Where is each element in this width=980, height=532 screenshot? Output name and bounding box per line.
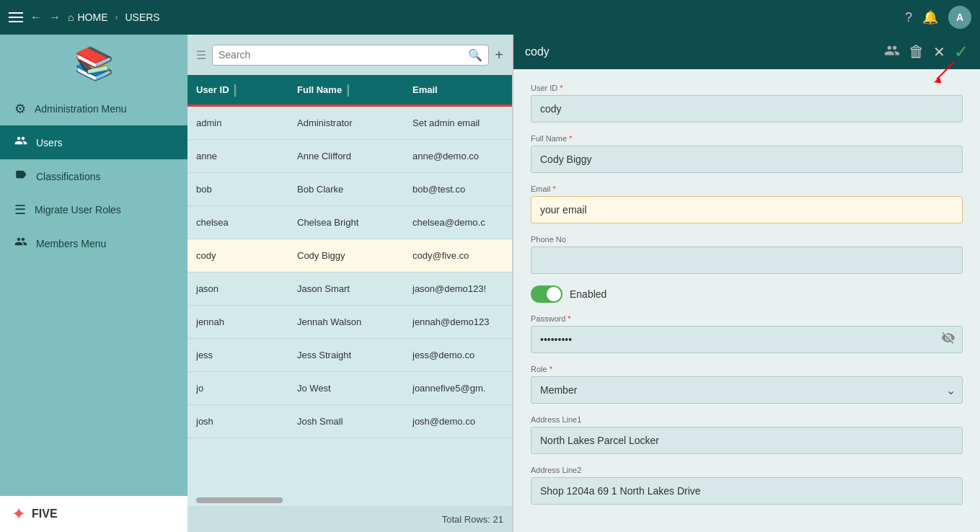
gear-icon: ⚙ [14, 101, 26, 117]
table-row[interactable]: admin Administrator Set admin email [187, 107, 512, 140]
col-sep-1: | [234, 82, 237, 97]
breadcrumb-current: USERS [125, 12, 159, 23]
row-email: josh@demo.co [404, 416, 512, 427]
home-link[interactable]: ⌂ HOME [68, 12, 107, 23]
field-password: Password * [531, 314, 963, 353]
role-input[interactable] [531, 376, 963, 404]
row-userid: jess [187, 350, 288, 360]
home-icon: ⌂ [68, 12, 74, 23]
row-email: Set admin email [404, 118, 512, 128]
field-email-label: Email * [531, 185, 963, 193]
email-input[interactable] [531, 196, 963, 223]
sidebar-item-migrate-roles[interactable]: ☰ Migrate User Roles [0, 193, 187, 226]
row-email: jess@demo.co [404, 350, 512, 360]
field-fullname: Full Name * [531, 134, 963, 173]
table-panel: ☰ 🔍 + User ID | Full Name | Email adm [187, 35, 512, 532]
user-icon [14, 134, 27, 151]
close-button[interactable]: ✕ [933, 43, 945, 61]
sidebar-logo: 📚 [0, 35, 187, 92]
password-input[interactable] [531, 326, 963, 353]
back-button[interactable]: ← [30, 11, 42, 24]
address1-input[interactable] [531, 427, 963, 454]
detail-panel: cody 🗑 ✕ ✓ User ID * [512, 35, 980, 532]
breadcrumb-separator: › [115, 12, 118, 22]
row-email: joannefive5@gm. [404, 383, 512, 394]
phone-input[interactable] [531, 247, 963, 274]
enabled-toggle-row: Enabled [531, 285, 963, 303]
table-row[interactable]: chelsea Chelsea Bright chelsea@demo.c [187, 206, 512, 239]
help-icon[interactable]: ? [905, 10, 912, 25]
sidebar-item-classifications[interactable]: Classifications [0, 159, 187, 193]
col-sep-2: | [346, 82, 350, 97]
total-rows-count: 21 [493, 514, 503, 525]
row-email: anne@demo.co [404, 151, 512, 161]
row-fullname: Cody Biggy [288, 250, 404, 261]
row-fullname: Anne Clifford [288, 151, 404, 161]
horizontal-scrollbar[interactable] [196, 497, 283, 503]
menu-button[interactable] [9, 12, 23, 22]
field-password-label: Password * [531, 314, 963, 323]
row-fullname: Administrator [288, 118, 404, 128]
row-userid: anne [187, 151, 288, 161]
field-phone-label: Phone No [531, 235, 963, 244]
table-row[interactable]: josh Josh Small josh@demo.co [187, 405, 512, 438]
sidebar-item-users[interactable]: Users [0, 125, 187, 159]
add-button[interactable]: + [495, 47, 503, 63]
field-phone: Phone No [531, 235, 963, 274]
row-userid: josh [187, 416, 288, 427]
table-row[interactable]: bob Bob Clarke bob@test.co [187, 173, 512, 206]
row-fullname: Bob Clarke [288, 184, 404, 195]
filter-icon[interactable]: ☰ [196, 48, 206, 62]
role-wrapper: ⌄ [531, 376, 963, 404]
fullname-input[interactable] [531, 146, 963, 173]
col-header-userid: User ID | [187, 82, 288, 97]
row-email: chelsea@demo.c [404, 217, 512, 228]
table-row[interactable]: cody Cody Biggy cody@five.co [187, 239, 512, 272]
row-userid: jo [187, 383, 288, 394]
userid-col-label: User ID [196, 84, 229, 95]
table-row[interactable]: jason Jason Smart jason@demo123! [187, 272, 512, 306]
bell-icon[interactable]: 🔔 [922, 9, 938, 25]
row-fullname: Josh Small [288, 416, 404, 427]
enabled-label: Enabled [570, 288, 606, 300]
table-toolbar: ☰ 🔍 + [187, 35, 512, 75]
field-email: Email * [531, 185, 963, 223]
sidebar-item-admin-menu[interactable]: ⚙ Administration Menu [0, 92, 187, 125]
main-layout: 📚 ⚙ Administration Menu Users Classifica… [0, 35, 980, 532]
table-row[interactable]: jennah Jennah Walson jennah@demo123 [187, 306, 512, 339]
table-row[interactable]: jo Jo West joannefive5@gm. [187, 372, 512, 405]
row-userid: bob [187, 184, 288, 195]
sidebar-label-users: Users [36, 137, 63, 148]
detail-body: User ID * Full Name * Email * [513, 69, 980, 532]
address2-input[interactable] [531, 477, 963, 505]
total-rows-label: Total Rows: [442, 514, 490, 525]
sidebar-label-classifications: Classifications [36, 171, 100, 182]
enabled-toggle[interactable] [531, 285, 562, 303]
row-userid: chelsea [187, 217, 288, 228]
forward-button[interactable]: → [49, 11, 61, 24]
row-fullname: Jo West [288, 383, 404, 394]
row-fullname: Jennah Walson [288, 316, 404, 327]
save-check-button[interactable]: ✓ [954, 42, 968, 62]
table-row[interactable]: anne Anne Clifford anne@demo.co [187, 140, 512, 173]
eye-icon[interactable] [941, 331, 955, 349]
search-icon: 🔍 [468, 48, 482, 62]
table-row[interactable]: jess Jess Straight jess@demo.co [187, 339, 512, 372]
table-footer: Total Rows: 21 [187, 506, 512, 532]
field-userid-label: User ID * [531, 84, 963, 92]
field-address1: Address Line1 [531, 415, 963, 454]
sidebar: 📚 ⚙ Administration Menu Users Classifica… [0, 35, 187, 532]
search-input[interactable] [218, 49, 464, 61]
field-role: Role * ⌄ [531, 365, 963, 404]
row-fullname: Jess Straight [288, 350, 404, 360]
field-role-label: Role * [531, 365, 963, 373]
userid-input[interactable] [531, 95, 963, 123]
detail-users-icon[interactable] [884, 43, 900, 62]
five-logo-text: FIVE [32, 507, 58, 520]
detail-title: cody [525, 45, 875, 58]
delete-button[interactable]: 🗑 [909, 43, 924, 61]
email-col-label: Email [412, 84, 438, 95]
members-icon [14, 235, 27, 252]
sidebar-item-members-menu[interactable]: Members Menu [0, 226, 187, 260]
avatar[interactable]: A [948, 6, 971, 29]
